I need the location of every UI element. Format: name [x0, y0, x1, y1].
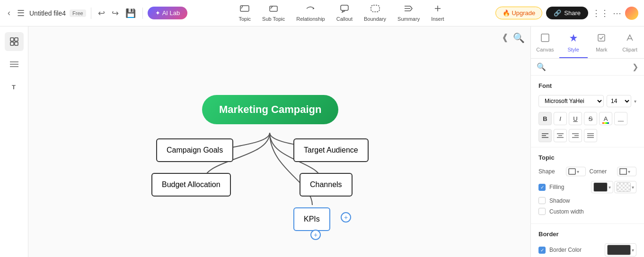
toolbar: ‹ ☰ Untitled file4 Free ↩ ↪ 💾 ✦ AI Lab T…: [0, 0, 644, 26]
font-section-title: Font: [538, 82, 636, 89]
svg-line-1: [241, 6, 243, 9]
canvas-area[interactable]: Marketing Campaign Campaign Goals Budget…: [28, 26, 530, 257]
filling-color-swatch: [593, 182, 608, 192]
shape-caret: ▾: [577, 169, 579, 174]
panel-collapse-button[interactable]: ❯: [632, 62, 638, 71]
canvas-expand-button[interactable]: ❰: [502, 32, 509, 43]
custom-width-checkbox[interactable]: [538, 208, 546, 215]
summary-icon: [404, 4, 414, 15]
tab-canvas[interactable]: Canvas: [531, 30, 559, 58]
campaign-goals-node[interactable]: Campaign Goals: [156, 138, 233, 162]
root-node[interactable]: Marketing Campaign: [202, 95, 338, 124]
italic-button[interactable]: I: [554, 112, 567, 125]
align-row: [538, 129, 636, 142]
border-color-checkbox[interactable]: ✓: [538, 247, 546, 254]
channels-node[interactable]: Channels: [300, 173, 353, 197]
shape-select[interactable]: ▾: [566, 167, 586, 176]
tool-relationship[interactable]: Relationship: [291, 2, 331, 24]
toolbar-center: Topic Sub Topic Relationship Callout Bou…: [190, 2, 493, 24]
save-button[interactable]: 💾: [124, 6, 138, 20]
undo-button[interactable]: ↩: [96, 6, 107, 20]
menu-button[interactable]: ☰: [15, 6, 26, 20]
tool-subtopic[interactable]: Sub Topic: [256, 2, 291, 24]
grid-view-button[interactable]: [5, 32, 24, 51]
align-right-button[interactable]: [569, 129, 582, 142]
share-button[interactable]: 🔗 Share: [546, 7, 588, 19]
font-size-select[interactable]: 14: [607, 95, 631, 107]
apps-button[interactable]: ⋮⋮: [592, 8, 609, 18]
filling-color-picker[interactable]: ▾: [591, 181, 613, 193]
tab-mark[interactable]: Mark: [588, 30, 616, 58]
clipart-tab-icon: [625, 33, 635, 45]
back-button[interactable]: ‹: [6, 6, 12, 20]
shape-row: Shape ▾ Corner ▾: [538, 167, 636, 176]
font-size-caret: ▾: [634, 99, 636, 104]
tool-callout[interactable]: Callout: [331, 2, 358, 24]
panel-search-row: 🔍 ❯: [531, 59, 644, 76]
svg-text:T: T: [12, 84, 16, 91]
border-color-picker[interactable]: ▾: [605, 243, 636, 257]
more-options-button[interactable]: ⋯: [613, 8, 621, 18]
svg-rect-37: [620, 169, 626, 174]
ai-lab-label: AI Lab: [162, 9, 180, 17]
boundary-icon: [370, 4, 380, 15]
canvas-search-button[interactable]: 🔍: [513, 32, 525, 43]
svg-rect-20: [541, 34, 549, 42]
relationship-icon: [305, 4, 316, 15]
topic-label: Topic: [238, 16, 251, 22]
target-audience-node[interactable]: Target Audience: [293, 138, 369, 162]
add-below-button[interactable]: +: [310, 230, 321, 240]
border-color-label: Border Color: [549, 247, 582, 253]
shadow-label: Shadow: [549, 197, 570, 204]
add-right-button[interactable]: +: [341, 212, 351, 223]
text-decoration-button[interactable]: __: [614, 112, 627, 125]
bold-button[interactable]: B: [538, 112, 552, 125]
filling-caret: ▾: [609, 185, 611, 190]
filling-opacity-caret: ▾: [632, 185, 634, 190]
tab-style[interactable]: Style: [559, 30, 588, 58]
list-view-button[interactable]: [5, 55, 24, 74]
filling-opacity-swatch: [617, 182, 631, 192]
budget-allocation-node[interactable]: Budget Allocation: [151, 173, 231, 197]
tool-topic[interactable]: Topic: [233, 2, 256, 24]
ai-lab-icon: ✦: [155, 9, 160, 17]
filling-opacity-picker[interactable]: ▾: [614, 181, 636, 193]
underline-button[interactable]: U: [569, 112, 582, 125]
corner-select[interactable]: ▾: [617, 167, 637, 176]
tool-insert[interactable]: Insert: [425, 2, 450, 24]
font-color-button[interactable]: A: [599, 112, 612, 125]
callout-icon: [340, 4, 349, 15]
tool-boundary[interactable]: Boundary: [358, 2, 392, 24]
align-justify-button[interactable]: [584, 129, 597, 142]
strikethrough-button[interactable]: S: [584, 112, 597, 125]
upgrade-button[interactable]: 🔥 Upgrade: [495, 7, 542, 19]
free-badge: Free: [70, 9, 86, 17]
mark-tab-icon: [597, 33, 606, 45]
align-left-button[interactable]: [538, 129, 552, 142]
kpis-node[interactable]: KPIs: [293, 207, 330, 231]
border-color-caret: ▾: [632, 248, 634, 253]
subtopic-icon: [269, 4, 278, 15]
main-area: T Marketing Campaign Campaign Goals Budg…: [0, 26, 644, 257]
root-node-label: Marketing Campaign: [219, 103, 321, 115]
shadow-checkbox[interactable]: [538, 197, 546, 204]
svg-rect-12: [10, 38, 14, 41]
tool-summary[interactable]: Summary: [392, 2, 425, 24]
align-center-button[interactable]: [554, 129, 567, 142]
border-section: Border ✓ Border Color ▾: [531, 223, 644, 257]
title-area: Untitled file4 Free: [29, 9, 86, 17]
svg-rect-5: [341, 5, 348, 10]
channels-label: Channels: [310, 180, 342, 188]
kpis-label: KPIs: [304, 215, 320, 223]
svg-rect-22: [598, 34, 605, 41]
insert-label: Insert: [431, 16, 444, 22]
clipart-tab-label: Clipart: [622, 47, 637, 52]
redo-button[interactable]: ↪: [110, 6, 121, 20]
text-view-button[interactable]: T: [5, 77, 24, 96]
font-family-select[interactable]: Microsoft YaHei: [538, 95, 604, 107]
tab-clipart[interactable]: Clipart: [616, 30, 644, 58]
filling-checkbox[interactable]: ✓: [538, 184, 546, 191]
panel-search-button[interactable]: 🔍: [537, 62, 546, 71]
svg-marker-21: [570, 34, 577, 42]
ai-lab-button[interactable]: ✦ AI Lab: [148, 7, 188, 19]
